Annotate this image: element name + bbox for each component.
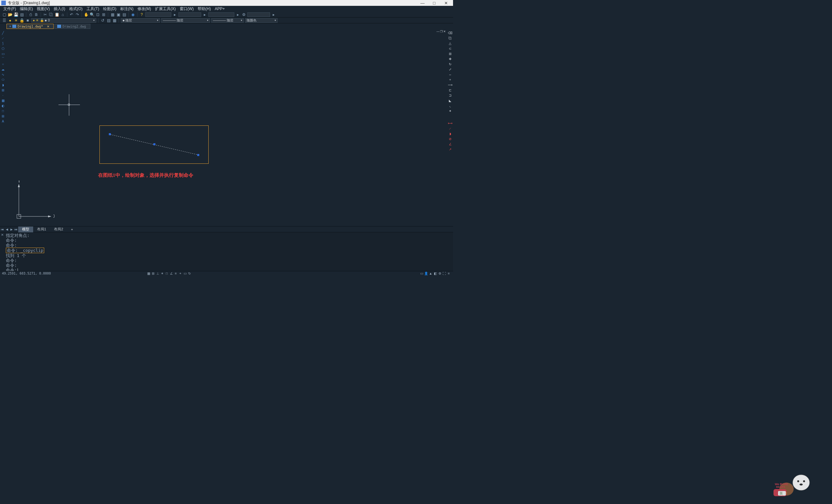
text-icon[interactable]: A <box>1 119 5 124</box>
dyn-icon[interactable]: + <box>178 272 183 275</box>
copy-icon[interactable]: ⿻ <box>448 36 452 40</box>
block-icon[interactable]: ⊞ <box>1 88 5 92</box>
viewport3-icon[interactable]: ▤ <box>122 12 126 17</box>
linetype-combo[interactable]: ———— 随层▾ <box>161 18 210 23</box>
save-icon[interactable]: 💾 <box>14 12 18 17</box>
command-history[interactable]: 指定对角点: 命令: 命令: 命令: _copyclip 找到 1 个 命令: … <box>4 232 453 271</box>
model-toggle[interactable]: ▭ <box>419 272 424 275</box>
style-combo[interactable] <box>178 12 201 17</box>
explode-icon[interactable]: ✦ <box>448 109 452 113</box>
menu-format[interactable]: 格式(O) <box>67 6 84 12</box>
customize-icon[interactable]: ≡ <box>446 272 451 275</box>
join-icon[interactable]: ⊐ <box>448 93 452 98</box>
misc-go-icon[interactable]: ▸ <box>271 12 276 17</box>
menu-tools[interactable]: 工具(T) <box>84 6 101 12</box>
tab-last-icon[interactable]: ⏭ <box>14 228 18 231</box>
zoomwin-icon[interactable]: ⊡ <box>96 12 100 17</box>
extend-icon[interactable]: ⟶ <box>448 83 452 87</box>
help-icon[interactable]: ? <box>139 12 144 17</box>
arc-icon[interactable]: ⌒ <box>1 56 5 61</box>
fullscreen-icon[interactable]: ⛶ <box>442 272 446 275</box>
dim-linear-icon[interactable]: ⟷ <box>448 121 452 126</box>
saveas-icon[interactable]: ▤ <box>20 12 24 17</box>
copy-icon[interactable]: ⿻ <box>49 12 53 17</box>
otrack-icon[interactable]: ∠ <box>169 272 174 275</box>
tab-layout2[interactable]: 布局2 <box>50 227 67 232</box>
paste-icon[interactable]: 📋 <box>55 12 59 17</box>
annomonitor-icon[interactable]: ▲ <box>428 272 433 275</box>
color-combo[interactable]: ■ 随层▾ <box>121 18 160 23</box>
break-icon[interactable]: ⊏ <box>448 88 452 92</box>
dim-leader-icon[interactable]: ↗ <box>448 147 452 152</box>
ellipse-icon[interactable]: ⬭ <box>1 77 5 82</box>
osnap-icon[interactable]: □ <box>164 272 169 275</box>
layerprev-icon[interactable]: ↺ <box>100 18 105 23</box>
plotstyle-combo[interactable]: 随颜色▾ <box>245 18 278 23</box>
fillet-icon[interactable]: ◟ <box>448 103 452 108</box>
menu-edit[interactable]: 编辑(E) <box>18 6 35 12</box>
command-input[interactable]: 命令: <box>6 268 452 271</box>
mirror-icon[interactable]: △ <box>448 41 452 46</box>
grip-mid[interactable] <box>153 143 155 145</box>
menu-express[interactable]: 扩展工具(X) <box>153 6 178 12</box>
dim-go-icon[interactable]: ▸ <box>236 12 240 17</box>
polar-icon[interactable]: ✶ <box>160 272 164 275</box>
inner-close-icon[interactable]: ✕ <box>443 30 446 33</box>
layerlock-icon[interactable]: 🔒 <box>20 18 24 23</box>
pan-icon[interactable]: ✋ <box>84 12 88 17</box>
grip-start[interactable] <box>109 133 111 135</box>
tab-add[interactable]: + <box>67 227 77 232</box>
viewport2-icon[interactable]: ▣ <box>116 12 121 17</box>
gradient-icon[interactable]: ◐ <box>1 103 5 108</box>
search-combo[interactable] <box>145 12 171 17</box>
print-icon[interactable]: ⎙ <box>28 12 33 17</box>
dim-radius-icon[interactable]: ◗ <box>448 131 452 136</box>
stretch-icon[interactable]: ↔ <box>448 72 452 77</box>
polyline-icon[interactable]: ⟆ <box>1 41 5 46</box>
maximize-button[interactable]: □ <box>428 1 440 5</box>
layercolor-icon[interactable]: ■ <box>25 18 30 23</box>
search-go-icon[interactable]: ▸ <box>173 12 177 17</box>
annoscale-icon[interactable]: ◧ <box>433 272 438 275</box>
command-close-icon[interactable]: ✕ <box>0 232 4 271</box>
coords-readout[interactable]: 49.2591, 603.5271, 0.0000 <box>2 272 51 275</box>
spline-icon[interactable]: ∿ <box>1 72 5 77</box>
new-icon[interactable]: ▢ <box>2 12 6 17</box>
lineweight-combo[interactable]: ———— 随层▾ <box>211 18 244 23</box>
chamfer-icon[interactable]: ◣ <box>448 98 452 103</box>
menu-help[interactable]: 帮助(H) <box>196 6 213 12</box>
dimset-icon[interactable]: ⚙ <box>241 12 246 17</box>
menu-window[interactable]: 窗口(W) <box>178 6 196 12</box>
properties-icon[interactable]: ◉ <box>131 12 135 17</box>
lwt-icon[interactable]: ≡ <box>174 272 178 275</box>
erase-icon[interactable]: ⌫ <box>448 30 452 35</box>
drawing-canvas[interactable]: — ❐ ✕ 在图纸1中，绘制对象，选择并执行复制命令 X Y <box>6 29 447 226</box>
tab-first-icon[interactable]: ⏮ <box>0 228 4 231</box>
workspace-icon[interactable]: ⚙ <box>438 272 442 275</box>
preview-icon[interactable]: 🗎 <box>34 12 39 17</box>
scale-icon[interactable]: ⤢ <box>448 67 452 72</box>
tab-model[interactable]: 模型 <box>18 227 33 232</box>
cut-icon[interactable]: ✂ <box>43 12 48 17</box>
array-icon[interactable]: ⊞ <box>448 51 452 56</box>
close-button[interactable]: ✕ <box>440 1 452 5</box>
zoomext-icon[interactable]: ⊞ <box>101 12 106 17</box>
dim-combo[interactable] <box>208 12 234 17</box>
region-icon[interactable]: □ <box>1 109 5 113</box>
hatch-icon[interactable]: ▦ <box>1 98 5 103</box>
menu-dimension[interactable]: 标注(N) <box>118 6 135 12</box>
grip-end[interactable] <box>197 154 199 156</box>
layerwalk-icon[interactable]: ▦ <box>112 18 117 23</box>
point-icon[interactable]: ∙ <box>1 93 5 98</box>
close-icon[interactable]: ✕ <box>47 25 49 28</box>
snap-icon[interactable]: ▦ <box>146 272 151 275</box>
move-icon[interactable]: ✥ <box>448 56 452 61</box>
offset-icon[interactable]: ⊂ <box>448 46 452 51</box>
line-icon[interactable]: ╱ <box>1 30 5 35</box>
misc-combo[interactable] <box>247 12 270 17</box>
qp-icon[interactable]: 👤 <box>424 272 428 275</box>
inner-min-icon[interactable]: — <box>437 30 439 33</box>
xline-icon[interactable]: ⟋ <box>1 36 5 40</box>
style-go-icon[interactable]: ▸ <box>203 12 207 17</box>
ortho-icon[interactable]: ⊥ <box>155 272 160 275</box>
